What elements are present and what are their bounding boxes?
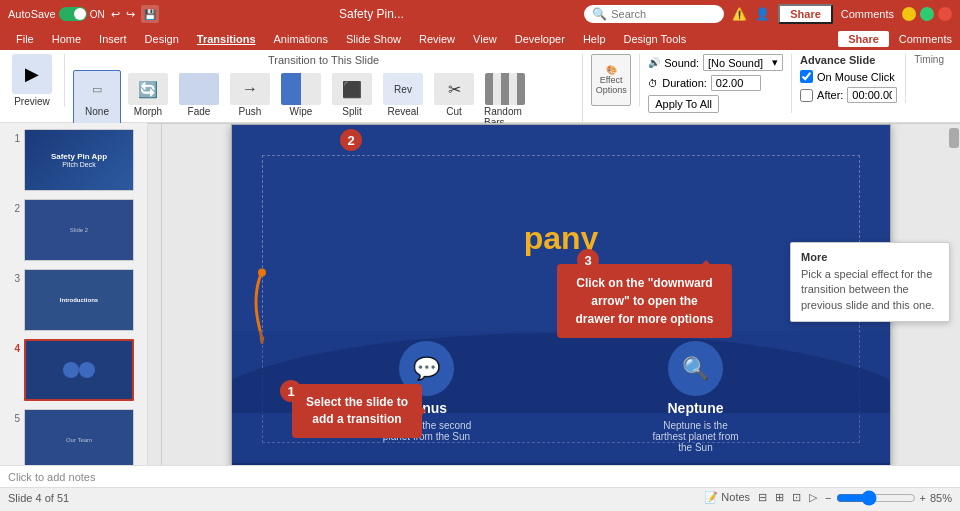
svg-point-0 xyxy=(258,269,266,277)
view-reading-icon[interactable]: ⊡ xyxy=(792,491,801,504)
maximize-button[interactable] xyxy=(920,7,934,21)
sound-icon: 🔊 xyxy=(648,57,660,68)
menu-file[interactable]: File xyxy=(8,31,42,47)
menu-developer[interactable]: Developer xyxy=(507,31,573,47)
save-icon[interactable]: 💾 xyxy=(141,5,159,23)
trans-reveal[interactable]: Rev Reveal xyxy=(379,70,427,131)
after-input[interactable] xyxy=(847,87,897,103)
menu-design-tools[interactable]: Design Tools xyxy=(616,31,695,47)
menu-transitions[interactable]: Transitions xyxy=(189,31,264,47)
trans-cut-label: Cut xyxy=(446,106,462,117)
trans-wipe-label: Wipe xyxy=(290,106,313,117)
menu-bar: File Home Insert Design Transitions Anim… xyxy=(0,28,960,50)
main-wrapper: 1 Safety Pin App Pitch Deck 2 Slide 2 3 xyxy=(0,123,960,487)
menu-review[interactable]: Review xyxy=(411,31,463,47)
on-mouse-click-row: On Mouse Click xyxy=(800,70,895,83)
slide-img-2[interactable]: Slide 2 xyxy=(24,199,134,261)
trans-wipe-icon xyxy=(281,73,321,105)
trans-none[interactable]: ▭ None xyxy=(73,70,121,131)
share-button-menu[interactable]: Share xyxy=(838,31,889,47)
duration-row: ⏱ Duration: xyxy=(648,75,761,91)
comments-button[interactable]: Comments xyxy=(841,8,894,20)
autosave-toggle-btn[interactable] xyxy=(59,7,87,21)
slide-img-3[interactable]: Introductions xyxy=(24,269,134,331)
trans-morph[interactable]: 🔄 Morph xyxy=(124,70,172,131)
trans-random-bars-icon xyxy=(485,73,525,105)
view-normal-icon[interactable]: ⊟ xyxy=(758,491,767,504)
view-slide-sorter-icon[interactable]: ⊞ xyxy=(775,491,784,504)
zoom-out-button[interactable]: − xyxy=(825,492,831,504)
menu-home[interactable]: Home xyxy=(44,31,89,47)
trans-push-icon: → xyxy=(230,73,270,105)
menu-view[interactable]: View xyxy=(465,31,505,47)
menu-insert[interactable]: Insert xyxy=(91,31,135,47)
zoom-slider[interactable] xyxy=(836,490,916,506)
autosave-toggle[interactable]: AutoSave ON xyxy=(8,7,105,21)
annotation-num-2: 2 xyxy=(340,129,362,151)
slide-thumb-2[interactable]: 2 Slide 2 xyxy=(4,197,143,263)
apply-all-button[interactable]: Apply To All xyxy=(648,95,719,113)
trans-none-label: None xyxy=(85,106,109,117)
sound-dropdown[interactable]: [No Sound] ▾ xyxy=(703,54,783,71)
slide-thumb-3[interactable]: 3 Introductions xyxy=(4,267,143,333)
menu-help[interactable]: Help xyxy=(575,31,614,47)
comments-button-menu[interactable]: Comments xyxy=(899,33,952,45)
toggle-circle xyxy=(74,8,86,20)
zoom-in-button[interactable]: + xyxy=(920,492,926,504)
duration-input[interactable] xyxy=(711,75,761,91)
autosave-label: AutoSave xyxy=(8,8,56,20)
menu-design[interactable]: Design xyxy=(137,31,187,47)
trans-fade[interactable]: Fade xyxy=(175,70,223,131)
window-controls xyxy=(902,7,952,21)
neptune-name: Neptune xyxy=(668,400,724,416)
trans-wipe[interactable]: Wipe xyxy=(277,70,325,131)
search-box[interactable]: 🔍 xyxy=(584,5,724,23)
duration-label: Duration: xyxy=(662,77,707,89)
slide-thumb-5[interactable]: 5 Our Team xyxy=(4,407,143,465)
trans-cut-icon: ✂ xyxy=(434,73,474,105)
trans-push[interactable]: → Push xyxy=(226,70,274,131)
slide-thumb-1[interactable]: 1 Safety Pin App Pitch Deck xyxy=(4,127,143,193)
notes-bar[interactable]: Click to add notes xyxy=(0,465,960,487)
undo-icon[interactable]: ↩ xyxy=(111,8,120,21)
redo-icon[interactable]: ↪ xyxy=(126,8,135,21)
trans-morph-label: Morph xyxy=(134,106,162,117)
scrollbar-thumb[interactable] xyxy=(949,128,959,148)
duration-icon: ⏱ xyxy=(648,78,658,89)
preview-button[interactable]: ▶ Preview xyxy=(8,54,56,107)
slide-panel[interactable]: 1 Safety Pin App Pitch Deck 2 Slide 2 3 xyxy=(0,123,148,465)
trans-random-bars[interactable]: Random Bars xyxy=(481,70,529,131)
ribbon: ▶ Preview Transition to This Slide ▭ Non… xyxy=(0,50,960,123)
minimize-button[interactable] xyxy=(902,7,916,21)
slide-img-1[interactable]: Safety Pin App Pitch Deck xyxy=(24,129,134,191)
on-mouse-click-checkbox[interactable] xyxy=(800,70,813,83)
after-checkbox[interactable] xyxy=(800,89,813,102)
effect-options-button[interactable]: 🎨 Effect Options xyxy=(591,54,631,106)
share-button[interactable]: Share xyxy=(778,4,833,24)
menu-animations[interactable]: Animations xyxy=(266,31,336,47)
neptune-circle: 🔍 xyxy=(668,341,723,396)
notes-button[interactable]: 📝 Notes xyxy=(704,491,750,504)
close-button[interactable] xyxy=(938,7,952,21)
slide-img-4[interactable] xyxy=(24,339,134,401)
menu-slideshow[interactable]: Slide Show xyxy=(338,31,409,47)
view-slideshow-icon[interactable]: ▷ xyxy=(809,491,817,504)
trans-split[interactable]: ⬛ Split xyxy=(328,70,376,131)
ruler-area: 23 45 67 89 xyxy=(148,123,960,465)
slide-thumb-4[interactable]: 4 xyxy=(4,337,143,403)
effect-options-group: 🎨 Effect Options xyxy=(591,54,640,106)
slide-img-5[interactable]: Our Team xyxy=(24,409,134,465)
callout-1: Select the slide to add a transition xyxy=(292,384,422,438)
trans-push-label: Push xyxy=(239,106,262,117)
title-bar: AutoSave ON ↩ ↪ 💾 Safety Pin... 🔍 ⚠️ 👤 S… xyxy=(0,0,960,28)
timing-label: Timing xyxy=(914,54,944,65)
tooltip-title: More xyxy=(801,251,939,263)
tooltip-text: Pick a special effect for the transition… xyxy=(801,267,939,313)
search-input[interactable] xyxy=(611,8,711,20)
work-area: 1 Safety Pin App Pitch Deck 2 Slide 2 3 xyxy=(0,123,960,465)
annotation-num-3: 3 xyxy=(577,249,599,271)
slide-count: Slide 4 of 51 xyxy=(8,492,69,504)
annotation-num-1: 1 xyxy=(280,380,302,402)
neptune-card: 🔍 Neptune Neptune is the farthest planet… xyxy=(646,341,746,453)
trans-cut[interactable]: ✂ Cut xyxy=(430,70,478,131)
